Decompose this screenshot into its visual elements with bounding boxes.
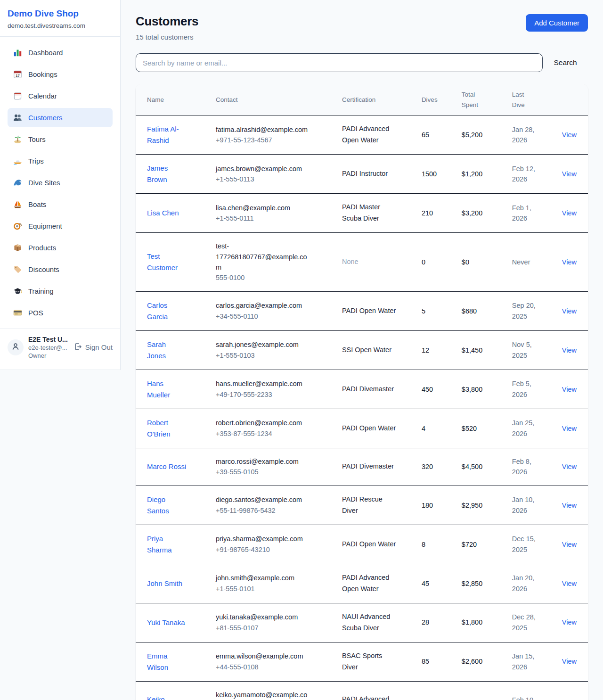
customer-dives: 5 bbox=[416, 291, 456, 330]
customer-count: 15 total customers bbox=[136, 33, 198, 41]
customer-email: keiko.yamamoto@example.com bbox=[216, 690, 312, 700]
customer-email: robert.obrien@example.com bbox=[216, 418, 312, 428]
view-customer-link[interactable]: View bbox=[562, 258, 577, 266]
customer-name-link[interactable]: Diego Santos bbox=[147, 494, 187, 517]
sidebar-item-trips[interactable]: Trips bbox=[8, 151, 113, 171]
customer-dives: 45 bbox=[416, 564, 456, 603]
customer-name-link[interactable]: Hans Mueller bbox=[147, 378, 187, 401]
customer-certification: None bbox=[342, 256, 359, 268]
view-customer-link[interactable]: View bbox=[562, 580, 577, 587]
table-row: Robert O'Brien robert.obrien@example.com… bbox=[136, 409, 588, 448]
column-header-contact: Contact bbox=[210, 84, 336, 115]
customer-phone: +1-555-0103 bbox=[216, 350, 312, 361]
user-info: E2E Test U... e2e-tester@... Owner bbox=[28, 336, 69, 359]
view-customer-link[interactable]: View bbox=[562, 170, 577, 178]
view-customer-link[interactable]: View bbox=[562, 386, 577, 393]
customer-phone: +34-555-0110 bbox=[216, 311, 312, 321]
view-customer-link[interactable]: View bbox=[562, 209, 577, 217]
customer-name-link[interactable]: Sarah Jones bbox=[147, 339, 187, 362]
customer-last-dive: Jan 28, 2026 bbox=[512, 124, 541, 146]
island-icon bbox=[13, 135, 22, 144]
customer-contact: test-1772681807767@example.com 555-0100 bbox=[216, 241, 312, 283]
customer-email: sarah.jones@example.com bbox=[216, 339, 312, 350]
customer-dives: 95 bbox=[416, 681, 456, 700]
sidebar-item-calendar[interactable]: Calendar bbox=[8, 86, 113, 106]
customer-contact: sarah.jones@example.com +1-555-0103 bbox=[216, 339, 312, 361]
customer-name-link[interactable]: Yuki Tanaka bbox=[147, 617, 185, 628]
customer-name-link[interactable]: Priya Sharma bbox=[147, 533, 187, 556]
view-customer-link[interactable]: View bbox=[562, 346, 577, 354]
table-row: Carlos Garcia carlos.garcia@example.com … bbox=[136, 291, 588, 330]
sidebar-item-discounts[interactable]: Discounts bbox=[8, 260, 113, 279]
sidebar-item-customers[interactable]: Customers bbox=[8, 108, 113, 127]
sidebar-item-bookings[interactable]: 17 Bookings bbox=[8, 65, 113, 84]
customer-phone: +1-555-0111 bbox=[216, 213, 312, 223]
customer-last-dive: Dec 28, 2025 bbox=[512, 612, 541, 633]
customer-total-spent: $2,950 bbox=[456, 486, 506, 525]
view-customer-link[interactable]: View bbox=[562, 541, 577, 548]
sidebar-item-products[interactable]: Products bbox=[8, 238, 113, 257]
customer-name-link[interactable]: Marco Rossi bbox=[147, 461, 186, 472]
table-row: John Smith john.smith@example.com +1-555… bbox=[136, 564, 588, 603]
customer-name-link[interactable]: Carlos Garcia bbox=[147, 300, 187, 322]
customer-last-dive: Feb 5, 2026 bbox=[512, 379, 541, 400]
customer-total-spent: $720 bbox=[456, 525, 506, 564]
customer-name-link[interactable]: Test Customer bbox=[147, 251, 187, 273]
tag-icon bbox=[13, 265, 22, 274]
sidebar-item-tours[interactable]: Tours bbox=[8, 130, 113, 149]
customer-contact: lisa.chen@example.com +1-555-0111 bbox=[216, 203, 312, 224]
customer-name-link[interactable]: Robert O'Brien bbox=[147, 417, 187, 440]
sidebar-item-dashboard[interactable]: Dashboard bbox=[8, 43, 113, 62]
sidebar-item-boats[interactable]: Boats bbox=[8, 195, 113, 214]
customer-certification: PADI Master Scuba Diver bbox=[342, 202, 398, 224]
user-panel: E2E Test U... e2e-tester@... Owner Sign … bbox=[0, 329, 120, 370]
view-customer-link[interactable]: View bbox=[562, 618, 577, 626]
customer-total-spent: $680 bbox=[456, 291, 506, 330]
customer-name-link[interactable]: Emma Wilson bbox=[147, 651, 187, 673]
customer-total-spent: $0 bbox=[456, 233, 506, 292]
customer-name-link[interactable]: James Brown bbox=[147, 163, 187, 185]
customer-email: test-1772681807767@example.com bbox=[216, 241, 312, 272]
column-header-last-dive: Last Dive bbox=[506, 84, 556, 115]
sidebar-item-dive-sites[interactable]: Dive Sites bbox=[8, 173, 113, 192]
sidebar-item-pos[interactable]: POS bbox=[8, 303, 113, 322]
customer-dives: 8 bbox=[416, 525, 456, 564]
customer-certification: PADI Advanced Open Water bbox=[342, 572, 398, 595]
customer-name-link[interactable]: Keiko Yamamoto bbox=[147, 694, 187, 700]
view-customer-link[interactable]: View bbox=[562, 658, 577, 665]
customer-name-link[interactable]: Lisa Chen bbox=[147, 207, 179, 219]
customer-total-spent: $5,200 bbox=[456, 115, 506, 155]
view-customer-link[interactable]: View bbox=[562, 307, 577, 315]
customer-certification: PADI Divemaster bbox=[342, 384, 394, 395]
table-row: Hans Mueller hans.mueller@example.com +4… bbox=[136, 370, 588, 409]
person-icon bbox=[11, 342, 20, 353]
customer-dives: 180 bbox=[416, 486, 456, 525]
customer-phone: +1-555-0101 bbox=[216, 584, 312, 594]
customer-name-link[interactable]: Fatima Al-Rashid bbox=[147, 124, 187, 146]
view-customer-link[interactable]: View bbox=[562, 463, 577, 470]
customer-total-spent: $3,200 bbox=[456, 194, 506, 233]
shop-name: Demo Dive Shop bbox=[8, 8, 113, 19]
column-header-total-spent: Total Spent bbox=[456, 84, 506, 115]
view-customer-link[interactable]: View bbox=[562, 502, 577, 509]
view-customer-link[interactable]: View bbox=[562, 131, 577, 139]
search-button[interactable]: Search bbox=[543, 58, 588, 67]
view-customer-link[interactable]: View bbox=[562, 425, 577, 432]
sidebar-item-equipment[interactable]: Equipment bbox=[8, 216, 113, 236]
customer-name-link[interactable]: John Smith bbox=[147, 578, 182, 589]
customer-certification: PADI Open Water bbox=[342, 539, 396, 550]
brand-block: Demo Dive Shop demo.test.divestreams.com bbox=[0, 0, 120, 37]
sidebar-item-training[interactable]: Training bbox=[8, 281, 113, 301]
avatar bbox=[8, 339, 24, 355]
bar-chart-icon bbox=[13, 48, 22, 57]
search-input[interactable] bbox=[136, 53, 543, 72]
column-header-dives: Dives bbox=[416, 84, 456, 115]
sign-out-button[interactable]: Sign Out bbox=[74, 343, 113, 352]
user-role: Owner bbox=[28, 352, 69, 359]
customer-certification: PADI Divemaster bbox=[342, 461, 394, 472]
customer-certification: PADI Rescue Diver bbox=[342, 494, 398, 517]
customer-email: john.smith@example.com bbox=[216, 573, 312, 583]
customer-phone: +1-555-0113 bbox=[216, 174, 312, 184]
add-customer-button[interactable]: Add Customer bbox=[526, 14, 588, 32]
customer-last-dive: Never bbox=[512, 257, 530, 267]
